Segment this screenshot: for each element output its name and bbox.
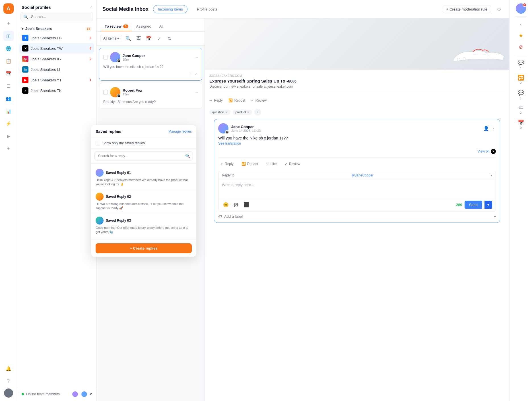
sort-filter-icon[interactable]: ⇅: [165, 34, 173, 42]
emoji-icon[interactable]: 😊: [222, 201, 230, 209]
add-label-plus-icon[interactable]: +: [494, 214, 496, 219]
sidebar-item-fb[interactable]: f Joe's Sneakers FB 3: [19, 33, 94, 43]
page-title: Social Media Inbox: [102, 6, 149, 12]
inbox-item-more-icon[interactable]: ⋯: [195, 55, 198, 59]
post-actions: ↩ Reply 🔁 Repost ✓ Review: [209, 93, 505, 104]
add-label-row[interactable]: 🏷 Add a label +: [218, 211, 496, 219]
more-options-icon[interactable]: ⋮: [491, 126, 496, 131]
sidebar-item-li[interactable]: in Joe's Sneakers LI: [19, 64, 94, 75]
rp-calendar-item[interactable]: 📅 0: [516, 118, 526, 131]
sidebar-item-yt[interactable]: ▶ Joe's Sneakers YT 1: [19, 75, 94, 85]
sidebar-item-ig-label: Joe's Sneakers IG: [31, 57, 87, 61]
settings-icon[interactable]: ⚙: [494, 5, 504, 14]
jane-name: Jane Cooper: [123, 54, 192, 58]
nav-help-icon[interactable]: ?: [3, 376, 14, 386]
inbox-item-jane[interactable]: ✕ Jane Cooper 10m ⋯ Will you have the ni…: [99, 48, 202, 81]
see-translation-link[interactable]: See translation: [218, 141, 496, 145]
reply-to-chevron-icon[interactable]: ▾: [490, 173, 492, 177]
sidebar-item-fb-count: 3: [90, 36, 91, 40]
rp-tag-item[interactable]: 🏷 2: [517, 103, 525, 116]
assign-icon[interactable]: 👤: [483, 126, 489, 131]
reply-box: Reply to @JaneCooper ▾ 😊 🖼 ⬛ 280 Send ▾: [218, 171, 496, 211]
create-rule-button[interactable]: + Create moderation rule: [443, 5, 491, 13]
inbox-item-checkbox-robert[interactable]: [103, 90, 108, 94]
send-chevron-btn[interactable]: ▾: [484, 201, 492, 209]
view-on-x-link[interactable]: View on ✕: [218, 149, 496, 154]
comment-thread: ✕ Jane Cooper June 14 2023, 11h23 👤 ⋮ Wi…: [214, 119, 500, 223]
like-icon[interactable]: ♡: [189, 72, 192, 76]
rp-calendar-count: 0: [520, 126, 522, 129]
post-review-btn[interactable]: ✓ Review: [251, 97, 267, 104]
sidebar-collapse-btn[interactable]: ‹: [90, 5, 92, 10]
tab-all[interactable]: All: [156, 22, 167, 31]
nav-globe-icon[interactable]: 🌐: [3, 43, 14, 54]
sr-item-2-header: Saved Reply 02: [96, 193, 192, 201]
sr-search-input[interactable]: [94, 151, 193, 161]
rp-divider-2: [515, 55, 527, 55]
gif-icon[interactable]: ⬛: [242, 201, 250, 209]
sidebar-item-ig[interactable]: ◎ Joe's Sneakers IG 2: [19, 54, 94, 64]
post-reply-btn[interactable]: ↩ Reply: [209, 97, 223, 104]
nav-bell-icon[interactable]: 🔔: [3, 363, 14, 374]
nav-calendar2-icon[interactable]: 📅: [3, 68, 14, 79]
nav-list-icon[interactable]: ☰: [3, 81, 14, 91]
comment-reply-btn[interactable]: ↩ Reply: [218, 161, 236, 167]
nav-people-icon[interactable]: 👥: [3, 93, 14, 104]
rp-reply-item[interactable]: 💬 1: [516, 88, 526, 101]
robert-more-icon[interactable]: ⋯: [195, 90, 198, 94]
image-icon[interactable]: 🖼: [232, 201, 240, 209]
sr-item-2[interactable]: Saved Reply 02 Hi! We are fixing our sne…: [91, 190, 196, 214]
send-button[interactable]: Send: [465, 201, 482, 209]
remove-tag-question[interactable]: ✕: [225, 111, 228, 114]
nav-send-icon[interactable]: ✈: [3, 18, 14, 28]
nav-calendar-icon[interactable]: 📋: [3, 56, 14, 66]
nav-inbox-icon[interactable]: ◫: [3, 31, 14, 41]
post-description: Discover our new sneakers for sale at jo…: [209, 85, 505, 89]
rp-comment-item[interactable]: 💬 4: [516, 58, 526, 71]
tab-profile-posts[interactable]: Profile posts: [192, 5, 222, 13]
sr-title: Saved replies: [96, 129, 121, 134]
sr-manage-link[interactable]: Manage replies: [168, 129, 192, 133]
reply-to-row: Reply to @JaneCooper ▾: [218, 171, 496, 180]
reply-textarea[interactable]: [218, 180, 496, 197]
sr-item-1[interactable]: Saved Reply 01 Hello Yoga & Sneakers mem…: [91, 166, 196, 190]
jane-meta: Jane Cooper 10m: [123, 54, 192, 61]
image-filter-icon[interactable]: 🖼: [135, 34, 143, 42]
rp-star-item[interactable]: ★: [517, 31, 525, 40]
sidebar-group-header[interactable]: ▾ Joe's Sneakers 14: [19, 25, 94, 32]
tab-to-review[interactable]: To review 3: [101, 22, 132, 31]
comment-like-btn[interactable]: ♡ Like: [264, 161, 279, 167]
check-filter-icon[interactable]: ✓: [155, 34, 163, 42]
nav-play-icon[interactable]: ▶: [3, 131, 14, 141]
nav-speed-icon[interactable]: ⚡: [3, 118, 14, 129]
nav-chart-icon[interactable]: 📊: [3, 106, 14, 116]
calendar-filter-icon[interactable]: 📅: [145, 34, 153, 42]
comment-text: Will you have the Nike sb x jordan 1s??: [218, 136, 496, 140]
filter-chevron-icon: ▾: [117, 36, 119, 40]
comment-review-btn[interactable]: ✓ Review: [283, 161, 302, 167]
ig-icon: ◎: [22, 56, 28, 62]
inbox-item-checkbox-jane[interactable]: [103, 55, 108, 59]
rp-block-item[interactable]: ⊘: [517, 42, 525, 52]
post-repost-btn[interactable]: 🔁 Repost: [228, 97, 245, 104]
sr-item-3[interactable]: Saved Reply 03 Good morning! Our offer e…: [91, 214, 196, 238]
inbox-item-robert[interactable]: ✕ Robert Fox 12m ⋯ Brooklyn Simmons Are …: [99, 83, 202, 109]
sr-my-replies-checkbox[interactable]: [96, 141, 100, 145]
nav-add-icon[interactable]: +: [3, 143, 14, 154]
tab-incoming-items[interactable]: Incoming items: [153, 5, 187, 13]
remove-tag-product[interactable]: ✕: [247, 111, 249, 114]
create-replies-button[interactable]: + Create replies: [96, 243, 192, 253]
search-filter-icon[interactable]: 🔍: [124, 34, 132, 42]
rp-collapse-btn[interactable]: ‹: [518, 20, 523, 29]
sidebar-search-input[interactable]: [20, 12, 93, 21]
comment-repost-btn[interactable]: 🔁 Repost: [239, 161, 260, 167]
add-tag-btn[interactable]: +: [254, 109, 261, 116]
tab-assigned[interactable]: Assigned: [133, 22, 155, 31]
all-items-filter[interactable]: All items ▾: [100, 35, 122, 42]
sidebar-item-tk[interactable]: ♪ Joe's Sneakers TK: [19, 85, 94, 96]
check-icon[interactable]: ✓: [195, 72, 198, 76]
sidebar-item-tw-label: Joe's Sneakers TW: [31, 46, 87, 51]
user-avatar[interactable]: [4, 388, 13, 398]
rp-repost-item[interactable]: 🔁 2: [516, 73, 526, 86]
sidebar-item-tw[interactable]: ✕ Joe's Sneakers TW 8: [19, 43, 94, 54]
